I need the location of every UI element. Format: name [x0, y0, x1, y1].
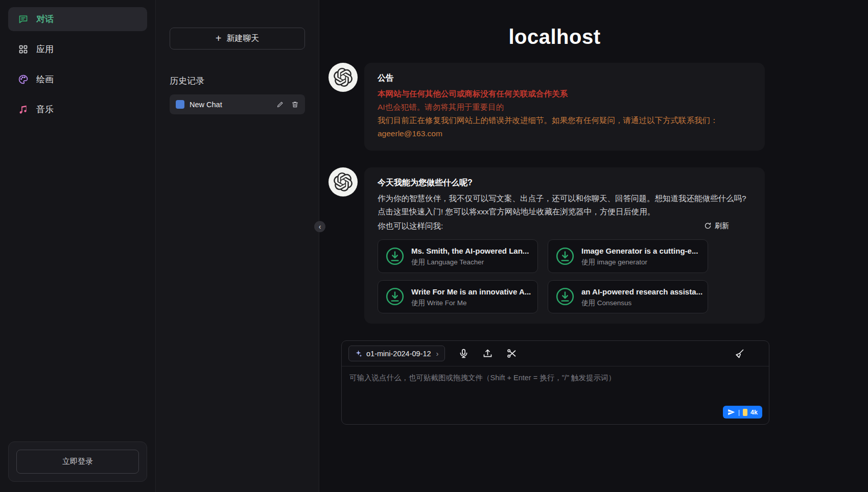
sidebar-item-label: 绘画 [36, 73, 54, 85]
suggestion-title: Image Generator is a cutting-e... [581, 245, 698, 256]
announcement-line1: 本网站与任何其他公司或商标没有任何关联或合作关系 [378, 87, 752, 101]
app-window: 对话 应用 绘画 音乐 立即登录 + 新建聊天 历 [0, 0, 868, 492]
token-battery-icon [743, 409, 747, 416]
chat-main: localhost 公告 本网站与任何其他公司或商标没有任何关联或合作关系 AI… [319, 0, 868, 492]
new-chat-button[interactable]: + 新建聊天 [170, 28, 305, 50]
delete-trash-icon[interactable] [291, 101, 299, 108]
chat-item-icon [176, 100, 184, 109]
ask-hint: 你也可以这样问我: [378, 219, 443, 233]
sparkle-icon [355, 350, 362, 357]
palette-icon [18, 74, 29, 85]
install-circle-arrow-icon [555, 287, 575, 306]
suggestion-title: Ms. Smith, the AI-powered Lan... [411, 245, 529, 256]
suggestion-subtitle: 使用 image generator [581, 258, 698, 267]
composer: o1-mini-2024-09-12 › [341, 340, 769, 425]
suggestion-title: an AI-powered research assista... [581, 286, 702, 297]
sidebar-item-label: 音乐 [36, 104, 54, 115]
suggestion-card[interactable]: Image Generator is a cutting-e... 使用 ima… [548, 239, 708, 273]
welcome-body: 作为你的智慧伙伴，我不仅可以写文案、出点子，还可以和你聊天、回答问题。想知道我还… [378, 192, 752, 218]
history-title: 历史记录 [170, 75, 305, 87]
suggestion-card[interactable]: an AI-powered research assista... 使用 Con… [548, 280, 708, 314]
chevron-right-icon: › [436, 349, 439, 358]
page-title: localhost [329, 26, 781, 48]
contact-email-link[interactable]: ageerle@163.com [378, 127, 442, 140]
composer-toolbar: o1-mini-2024-09-12 › [342, 341, 769, 366]
model-selector[interactable]: o1-mini-2024-09-12 › [348, 346, 445, 361]
microphone-icon[interactable] [458, 348, 469, 359]
announcement-title: 公告 [378, 71, 752, 85]
announcement-line2: AI也会犯错。请勿将其用于重要目的 [378, 101, 752, 114]
assistant-message-announcement: 公告 本网站与任何其他公司或商标没有任何关联或合作关系 AI也会犯错。请勿将其用… [329, 63, 781, 151]
music-note-icon [18, 104, 29, 115]
install-circle-arrow-icon [555, 247, 575, 266]
refresh-icon [704, 222, 712, 230]
install-circle-arrow-icon [385, 287, 405, 306]
scissors-icon[interactable] [506, 348, 517, 359]
suggestion-subtitle: 使用 Language Teacher [411, 258, 529, 267]
upload-icon[interactable] [482, 348, 493, 359]
refresh-suggestions-button[interactable]: 刷新 [704, 220, 729, 232]
announcement-bubble: 公告 本网站与任何其他公司或商标没有任何关联或合作关系 AI也会犯错。请勿将其用… [364, 63, 765, 151]
send-button[interactable]: | 4k [723, 406, 762, 419]
sidebar-item-music[interactable]: 音乐 [8, 97, 147, 121]
welcome-title: 今天我能为您做些什么呢? [378, 176, 752, 190]
login-panel: 立即登录 [8, 441, 147, 482]
sidebar-item-label: 应用 [36, 43, 54, 55]
plus-icon: + [216, 33, 222, 44]
sidebar: 对话 应用 绘画 音乐 立即登录 [0, 0, 156, 492]
chat-icon [18, 14, 29, 24]
suggestion-card[interactable]: Write For Me is an innovative A... 使用 Wr… [378, 280, 538, 314]
collapse-sidebar-button[interactable]: ‹ [314, 221, 325, 232]
composer-body: | 4k [342, 366, 769, 424]
announcement-line3: 我们目前正在修复我们网站上的错误并改进细节。如果您有任何疑问，请通过以下方式联系… [378, 114, 752, 127]
suggestion-title: Write For Me is an innovative A... [411, 286, 531, 297]
welcome-bubble: 今天我能为您做些什么呢? 作为你的智慧伙伴，我不仅可以写文案、出点子，还可以和你… [364, 167, 765, 324]
openai-logo-avatar [329, 63, 358, 92]
apps-grid-icon [18, 44, 29, 55]
sidebar-item-drawing[interactable]: 绘画 [8, 67, 147, 91]
new-chat-label: 新建聊天 [226, 33, 259, 44]
chat-history-item[interactable]: New Chat [170, 94, 305, 114]
send-plane-icon [728, 408, 735, 416]
suggestion-grid: Ms. Smith, the AI-powered Lan... 使用 Lang… [378, 239, 752, 313]
message-input[interactable] [349, 373, 761, 406]
message-list: 公告 本网站与任何其他公司或商标没有任何关联或合作关系 AI也会犯错。请勿将其用… [329, 63, 781, 324]
clear-context-broom-icon[interactable] [734, 348, 745, 359]
suggestion-subtitle: 使用 Write For Me [411, 299, 531, 308]
openai-logo-avatar [329, 167, 358, 196]
install-circle-arrow-icon [385, 247, 405, 266]
model-name: o1-mini-2024-09-12 [366, 350, 431, 358]
sidebar-item-apps[interactable]: 应用 [8, 37, 147, 61]
assistant-message-welcome: 今天我能为您做些什么呢? 作为你的智慧伙伴，我不仅可以写文案、出点子，还可以和你… [329, 167, 781, 324]
refresh-label: 刷新 [715, 220, 729, 232]
token-count: 4k [750, 409, 758, 416]
login-button[interactable]: 立即登录 [16, 450, 139, 474]
badge-separator: | [738, 408, 740, 416]
chevron-left-icon: ‹ [319, 223, 321, 231]
sidebar-item-label: 对话 [36, 13, 54, 25]
chat-item-title: New Chat [190, 101, 269, 109]
suggestion-card[interactable]: Ms. Smith, the AI-powered Lan... 使用 Lang… [378, 239, 538, 273]
suggestion-subtitle: 使用 Consensus [581, 299, 702, 308]
edit-pencil-icon[interactable] [276, 101, 284, 108]
sidebar-item-chat[interactable]: 对话 [8, 7, 147, 31]
chat-list-panel: + 新建聊天 历史记录 New Chat [156, 0, 319, 492]
